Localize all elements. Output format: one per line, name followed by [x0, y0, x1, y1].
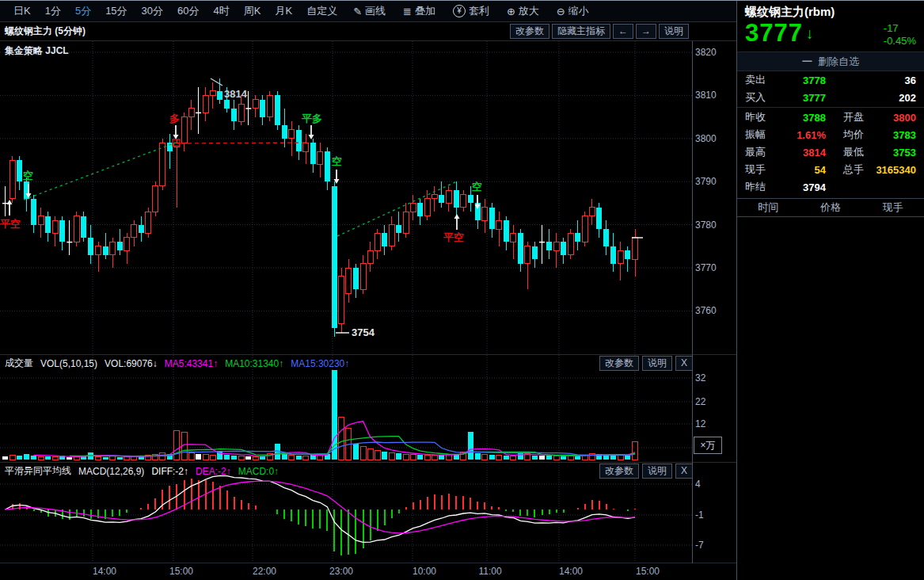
change-params-button[interactable]: 改参数 — [510, 24, 549, 39]
tool-画线[interactable]: ✎画线 — [344, 4, 394, 18]
tool-label: 放大 — [519, 4, 539, 18]
sidebar-divider — [737, 107, 924, 108]
period-toolbar: 日K1分5分15分30分60分4时周K月K自定义 ✎画线≣叠加¥套利⊕放大⊖缩小 — [0, 1, 736, 22]
tool-叠加[interactable]: ≣叠加 — [394, 4, 444, 18]
tick-column-header: 现手 — [861, 200, 924, 215]
macd-diff-value: DIFF:-2↑ — [151, 466, 188, 477]
macd-axis: 4-1-7 — [693, 462, 736, 563]
period-tab-周K[interactable]: 周K — [237, 4, 268, 18]
chart-header: 螺纹钢主力 (5分钟) 改参数隐藏主指标←→说明 — [0, 22, 736, 41]
arrow-left-button[interactable]: ← — [613, 24, 633, 39]
period-tab-日K[interactable]: 日K — [6, 4, 38, 18]
period-tab-60分[interactable]: 60分 — [170, 4, 206, 18]
period-tab-15分[interactable]: 15分 — [98, 4, 134, 18]
volume-ma10-value: MA10:31340↑ — [225, 358, 283, 369]
svg-text:3754: 3754 — [352, 326, 375, 338]
tool-label: 缩小 — [568, 4, 589, 18]
stat-label: 均价 — [843, 128, 872, 142]
last-price: 3777 — [745, 20, 803, 46]
price-axis: 3820381038003790378037703760 — [693, 41, 736, 354]
time-label: 15:00 — [169, 566, 193, 577]
tool-label: 画线 — [365, 4, 386, 18]
bid-ask-label: 卖出 — [745, 73, 774, 87]
period-tab-自定义[interactable]: 自定义 — [299, 4, 344, 18]
time-label: 14:00 — [559, 566, 583, 577]
stat-label: 振幅 — [745, 128, 774, 142]
time-label: 14:00 — [93, 566, 116, 577]
tool-缩小[interactable]: ⊖缩小 — [548, 4, 598, 18]
change-params-button[interactable]: 改参数 — [599, 356, 639, 371]
drawing-tools: ✎画线≣叠加¥套利⊕放大⊖缩小 — [344, 4, 598, 18]
time-label: 23:00 — [329, 566, 353, 577]
bid-ask-size: 36 — [905, 74, 916, 86]
period-tab-30分[interactable]: 30分 — [135, 4, 170, 18]
svg-text:平空: 平空 — [0, 218, 21, 230]
macd-tick: 4 — [695, 479, 701, 490]
candlestick-chart[interactable]: 平空空多3814平多空3754平空空 — [0, 41, 692, 354]
remove-watchlist-button[interactable]: 一 删除自选 — [737, 52, 924, 71]
help-button[interactable]: 说明 — [659, 24, 689, 39]
volume-tick: 12 — [695, 418, 705, 429]
stat-row: 振幅1.61%均价3783 — [737, 126, 924, 143]
volume-pane-title: 成交量 — [5, 357, 33, 370]
stat-label: 昨结 — [745, 180, 774, 194]
tool-放大[interactable]: ⊕放大 — [498, 4, 548, 18]
macd-dea-value: DEA:-2↑ — [196, 466, 231, 477]
contract-name: 螺纹钢主力(rbm) — [737, 1, 924, 20]
change-value: -17 — [884, 22, 899, 34]
svg-text:多: 多 — [169, 113, 180, 124]
zoom-out-icon: ⊖ — [557, 6, 565, 17]
change-params-button[interactable]: 改参数 — [599, 464, 639, 479]
time-label: 10:00 — [413, 566, 436, 577]
overlay-icon: ≣ — [403, 6, 412, 17]
tool-套利[interactable]: ¥套利 — [444, 4, 498, 18]
volume-ma15-value: MA15:30230↑ — [291, 358, 349, 369]
volume-chart[interactable] — [0, 355, 692, 462]
bid-ask-row: 买入3777202 — [737, 89, 924, 106]
close-button[interactable]: X — [675, 356, 693, 371]
help-button[interactable]: 说明 — [642, 356, 672, 371]
svg-text:平多: 平多 — [302, 113, 322, 124]
strategy-label: 集金策略 JJCL — [5, 44, 69, 58]
period-tab-1分[interactable]: 1分 — [38, 4, 68, 18]
period-tab-月K[interactable]: 月K — [268, 4, 299, 18]
bid-ask-price: 3777 — [774, 92, 826, 104]
pencil-icon: ✎ — [353, 6, 362, 17]
stat-value: 1.61% — [774, 129, 826, 141]
price-tick: 3800 — [695, 133, 717, 144]
price-tick: 3790 — [695, 176, 717, 187]
bid-ask-label: 买入 — [745, 90, 774, 105]
time-axis: 14:0015:0022:0023:0010:0011:0014:0015:00 — [0, 563, 736, 580]
period-tab-4时[interactable]: 4时 — [207, 4, 237, 18]
period-tab-5分[interactable]: 5分 — [68, 4, 98, 18]
help-button[interactable]: 说明 — [642, 464, 672, 479]
time-label: 22:00 — [253, 566, 276, 577]
stat-row: 昨收3788开盘3800 — [737, 109, 924, 126]
close-button[interactable]: X — [675, 464, 693, 479]
stat-row: 昨结3794 — [737, 178, 924, 196]
arbitrage-icon: ¥ — [453, 5, 466, 17]
volume-ma5-value: MA5:43341↑ — [165, 358, 218, 369]
stat-row: 现手54总手3165340 — [737, 161, 924, 178]
bid-ask-size: 202 — [899, 92, 916, 104]
svg-text:空: 空 — [472, 181, 482, 193]
volume-tick: 22 — [695, 396, 705, 407]
time-label: 11:00 — [478, 566, 501, 577]
stat-value: 3794 — [774, 181, 826, 193]
stat-value: 3814 — [774, 147, 826, 158]
minus-icon: 一 — [802, 55, 812, 69]
svg-text:平空: 平空 — [443, 231, 464, 243]
arrow-right-button[interactable]: → — [636, 24, 656, 39]
tick-column-header: 价格 — [800, 200, 862, 215]
macd-tick: -7 — [695, 540, 704, 551]
stat-label: 最低 — [843, 145, 872, 159]
stat-value: 3800 — [872, 112, 916, 124]
volume-current-value: VOL:69076↓ — [105, 358, 158, 369]
bid-ask-price: 3778 — [774, 74, 826, 86]
hide-indicator-button[interactable]: 隐藏主指标 — [552, 24, 610, 39]
macd-pane-header: 平滑异同平均线 MACD(12,26,9) DIFF:-2↑ DEA:-2↑ M… — [5, 464, 279, 478]
zoom-in-icon: ⊕ — [507, 6, 515, 17]
time-label: 15:00 — [636, 566, 660, 577]
tick-table-header: 时间价格现手 — [737, 198, 924, 217]
tool-label: 套利 — [469, 4, 489, 18]
